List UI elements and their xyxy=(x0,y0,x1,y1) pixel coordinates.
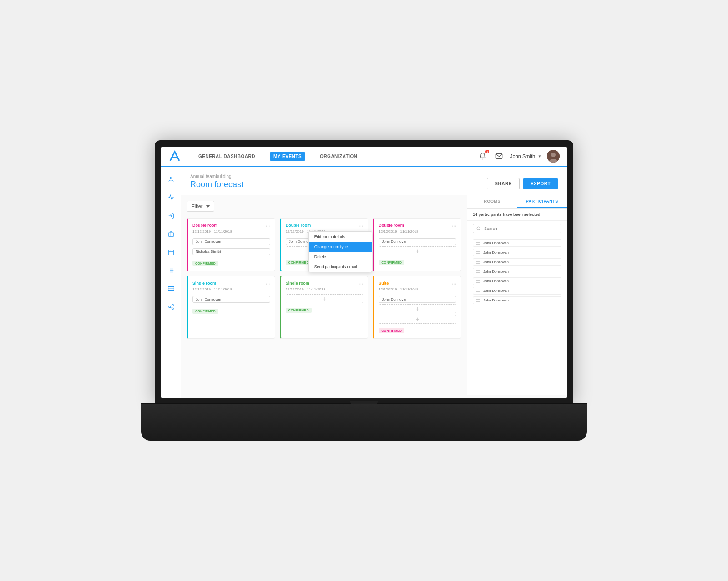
handle-line xyxy=(476,261,480,262)
svg-rect-6 xyxy=(168,250,173,255)
room-more-btn-6[interactable]: ··· xyxy=(452,281,456,286)
export-button[interactable]: EXPORT xyxy=(523,178,558,189)
room-type-1: Double room xyxy=(192,223,218,228)
drag-handle[interactable] xyxy=(476,290,480,292)
drag-handle[interactable] xyxy=(476,242,480,245)
handle-line xyxy=(476,253,480,254)
page-title: Room forecast xyxy=(190,180,243,189)
handle-line xyxy=(476,244,480,245)
handle-line xyxy=(476,272,480,273)
context-change-room-type[interactable]: Change room type xyxy=(309,242,372,252)
participants-list: John Donnovan John Donnovan xyxy=(467,236,567,395)
nav-organization[interactable]: ORGANIZATION xyxy=(316,152,361,161)
filter-select[interactable]: Filter xyxy=(187,201,214,212)
sidebar-icon-card[interactable] xyxy=(164,281,178,296)
tab-participants[interactable]: PARTICIPANTS xyxy=(517,195,567,208)
room-type-6: Suite xyxy=(379,281,389,285)
notifications-button[interactable]: 1 xyxy=(477,151,488,162)
list-item: John Donnovan xyxy=(473,268,561,275)
drag-handle[interactable] xyxy=(476,270,480,273)
sidebar-icon-share[interactable] xyxy=(164,300,178,314)
drag-handle[interactable] xyxy=(476,280,480,283)
messages-button[interactable] xyxy=(494,151,505,162)
drag-handle[interactable] xyxy=(476,299,480,302)
status-badge-2: CONFIRMED xyxy=(286,260,312,265)
handle-line xyxy=(476,251,480,252)
handle-line xyxy=(476,280,480,281)
drag-handle[interactable] xyxy=(476,261,480,264)
svg-point-1 xyxy=(551,153,556,157)
list-item: John Donnovan xyxy=(473,296,561,304)
content-header: Annual teambuilding Room forecast SHARE … xyxy=(181,167,567,195)
participant-name: John Donnovan xyxy=(483,279,509,283)
share-button[interactable]: SHARE xyxy=(487,178,520,189)
add-participant-btn-5[interactable]: + xyxy=(286,294,364,303)
svg-point-18 xyxy=(172,304,173,306)
list-item: John Donnovan xyxy=(473,249,561,256)
participant-tag-6a: John Donnovan xyxy=(379,296,456,303)
handle-line xyxy=(476,242,480,243)
top-nav: GENERAL DASHBOARD MY EVENTS ORGANIZATION… xyxy=(161,147,567,167)
search-input[interactable] xyxy=(473,224,561,233)
sidebar-icon-calendar[interactable] xyxy=(164,245,178,260)
nav-right: 1 John Smith ▼ xyxy=(477,150,560,163)
context-send-email[interactable]: Send participants email xyxy=(309,262,372,272)
list-item: John Donnovan xyxy=(473,258,561,266)
drag-handle[interactable] xyxy=(476,251,480,254)
svg-line-21 xyxy=(170,307,172,308)
notification-badge: 1 xyxy=(485,150,489,153)
svg-point-20 xyxy=(172,308,173,310)
nav-my-events[interactable]: MY EVENTS xyxy=(270,152,305,161)
content-area: Annual teambuilding Room forecast SHARE … xyxy=(181,167,567,398)
room-card-6: Suite ··· 12/12/2019 - 11/11/2018 John D… xyxy=(373,276,461,339)
room-type-3: Double room xyxy=(379,223,404,228)
add-participant-btn-6a[interactable]: + xyxy=(379,304,456,313)
room-more-btn-4[interactable]: ··· xyxy=(266,281,270,286)
room-more-btn-1[interactable]: ··· xyxy=(266,223,270,229)
nav-general-dashboard[interactable]: GENERAL DASHBOARD xyxy=(195,152,259,161)
search-box xyxy=(467,221,567,236)
status-badge-5: CONFIRMED xyxy=(286,308,312,313)
room-more-btn-2[interactable]: ··· xyxy=(359,223,363,229)
context-delete[interactable]: Delete xyxy=(309,252,372,262)
participant-tag-1b: Nicholas Dimitri xyxy=(192,248,270,255)
room-card-4: Single room ··· 12/12/2019 - 11/11/2018 … xyxy=(187,276,275,339)
participant-name: John Donnovan xyxy=(483,298,509,302)
room-card-2: Double room ··· 12/12/2019 - 11/11/2018 … xyxy=(280,218,369,271)
chevron-down-icon: ▼ xyxy=(538,154,541,158)
nav-links: GENERAL DASHBOARD MY EVENTS ORGANIZATION xyxy=(195,152,468,161)
add-participant-btn-3[interactable]: + xyxy=(379,246,456,255)
handle-line xyxy=(476,263,480,264)
handle-line xyxy=(476,282,480,283)
sidebar-icon-person[interactable] xyxy=(164,172,178,187)
context-edit-room-details[interactable]: Edit room details xyxy=(309,232,372,242)
room-more-btn-3[interactable]: ··· xyxy=(452,223,456,229)
laptop-base xyxy=(141,404,587,441)
sidebar-icon-list[interactable] xyxy=(164,263,178,278)
user-name: John Smith xyxy=(510,153,535,159)
rooms-grid: Double room ··· 12/12/2019 - 11/11/2018 … xyxy=(187,218,461,339)
sidebar-icon-login[interactable] xyxy=(164,209,178,223)
participants-count-suffix: have been selected. xyxy=(502,212,542,217)
sidebar-icon-id-card[interactable] xyxy=(164,227,178,241)
participant-name: John Donnovan xyxy=(483,289,509,293)
sidebar-icon-chart[interactable] xyxy=(164,190,178,205)
svg-point-3 xyxy=(170,177,172,179)
svg-rect-16 xyxy=(168,286,174,290)
laptop-screen-bezel: GENERAL DASHBOARD MY EVENTS ORGANIZATION… xyxy=(155,140,573,404)
room-card-5: Single room ··· 12/12/2019 - 11/11/2018 … xyxy=(280,276,369,339)
handle-line xyxy=(476,299,480,300)
panel-tabs: ROOMS PARTICIPANTS xyxy=(467,195,567,209)
tab-rooms[interactable]: ROOMS xyxy=(467,195,517,208)
user-menu[interactable]: John Smith ▼ xyxy=(510,153,541,159)
breadcrumb: Annual teambuilding xyxy=(190,174,243,179)
add-participant-btn-6b[interactable]: + xyxy=(379,315,456,324)
participant-name: John Donnovan xyxy=(483,270,509,274)
laptop-screen: GENERAL DASHBOARD MY EVENTS ORGANIZATION… xyxy=(161,147,567,398)
room-more-btn-5[interactable]: ··· xyxy=(359,281,363,286)
filter-row: Filter xyxy=(187,201,461,212)
room-date-3: 12/12/2019 - 11/11/2018 xyxy=(379,229,456,234)
user-avatar xyxy=(547,150,560,163)
participant-tag-4a: John Donnovan xyxy=(192,296,270,303)
participants-count: 14 participants have been selected. xyxy=(467,209,567,221)
